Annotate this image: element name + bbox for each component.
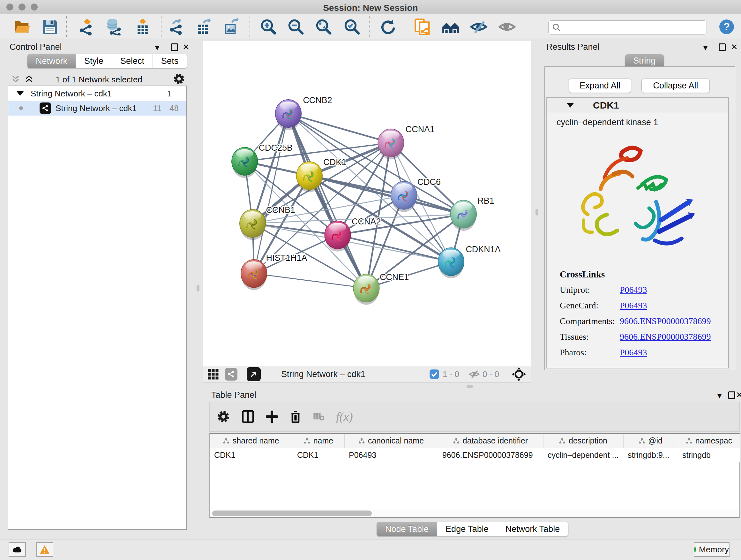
toolbar-separator: [405, 16, 405, 37]
delete-column-icon[interactable]: [289, 410, 301, 423]
network-edge[interactable]: [338, 235, 451, 262]
network-row-selected[interactable]: String Network – cdk1 11 48: [8, 101, 186, 116]
table-gear-icon[interactable]: [217, 410, 230, 423]
open-session-icon[interactable]: [13, 17, 31, 36]
table-cell[interactable]: stringdb:9...: [623, 448, 678, 462]
control-panel-menu-icon[interactable]: ▾: [155, 43, 159, 53]
import-table-icon[interactable]: [133, 17, 152, 36]
left-splitter-handle[interactable]: [197, 285, 199, 292]
expand-all-button[interactable]: Expand All: [569, 78, 631, 93]
export-image-icon[interactable]: [222, 17, 241, 36]
network-panel-gear-icon[interactable]: [173, 73, 185, 85]
crosslink-link[interactable]: P06493: [620, 348, 647, 358]
memory-button[interactable]: Memory: [694, 542, 730, 557]
tab-sets[interactable]: Sets: [153, 54, 187, 68]
table-cell[interactable]: stringdb: [678, 448, 740, 462]
network-node[interactable]: CDKN1A: [438, 245, 501, 278]
node-label: CCNA1: [406, 125, 434, 134]
network-node[interactable]: HIST1H1A: [241, 253, 307, 290]
table-row[interactable]: CDK1CDK1P064939606.ENSP00000378699cyclin…: [210, 448, 740, 462]
crosslink-link[interactable]: 9606.ENSP00000378699: [620, 332, 711, 342]
protein-card-expand-icon[interactable]: [567, 103, 574, 108]
help-icon[interactable]: ?: [718, 17, 736, 36]
results-panel-menu-icon[interactable]: ▾: [703, 43, 708, 53]
import-network-database-icon[interactable]: [105, 17, 123, 36]
show-columns-icon[interactable]: [242, 410, 254, 423]
save-session-icon[interactable]: [41, 17, 59, 36]
search-box[interactable]: [548, 20, 707, 35]
table-cell[interactable]: P06493: [344, 448, 438, 462]
right-splitter-handle[interactable]: [536, 209, 538, 215]
network-node[interactable]: CCNA1: [378, 125, 434, 159]
export-table-icon[interactable]: [194, 17, 213, 36]
control-panel-close-icon[interactable]: ✕: [183, 42, 190, 52]
crosslink-link[interactable]: P06493: [620, 300, 647, 311]
control-panel-float-icon[interactable]: [171, 44, 178, 52]
tab-node-table[interactable]: Node Table: [377, 522, 437, 537]
column-header[interactable]: name: [293, 434, 344, 448]
clone-network-icon[interactable]: [413, 17, 432, 36]
show-all-icon[interactable]: [498, 17, 516, 36]
network-edge[interactable]: [254, 114, 288, 273]
hidden-eye-icon[interactable]: [468, 368, 480, 380]
export-network-icon[interactable]: [167, 17, 185, 36]
column-header[interactable]: database identifier: [438, 434, 543, 448]
network-share-view-icon[interactable]: [225, 368, 238, 381]
cloud-status-button[interactable]: [9, 542, 26, 557]
table-cell[interactable]: CDK1: [293, 448, 344, 462]
hide-selected-icon[interactable]: [469, 17, 488, 36]
birds-eye-view-icon[interactable]: [247, 367, 261, 381]
table-panel-float-icon[interactable]: [728, 391, 735, 400]
zoom-out-icon[interactable]: [286, 17, 305, 36]
expand-all-networks-icon[interactable]: [24, 74, 34, 84]
tab-network[interactable]: Network: [27, 54, 76, 68]
warning-status-button[interactable]: [36, 542, 53, 557]
grid-view-icon[interactable]: [207, 368, 219, 380]
column-header[interactable]: namespac: [678, 434, 740, 448]
column-header[interactable]: description: [543, 434, 623, 448]
scrollbar-thumb[interactable]: [212, 510, 372, 516]
zoom-fit-icon[interactable]: [314, 17, 333, 36]
search-input[interactable]: [561, 23, 698, 32]
collapse-all-networks-icon[interactable]: [11, 74, 20, 84]
network-canvas[interactable]: CCNB2CCNA1CDC25BCDK1CDC6RB1CCNB1CCNA2CDK…: [203, 41, 531, 366]
collection-expand-icon[interactable]: [17, 91, 23, 96]
network-node[interactable]: RB1: [450, 196, 494, 231]
tab-style[interactable]: Style: [76, 54, 112, 68]
table-cell[interactable]: 9606.ENSP00000378699: [438, 448, 543, 462]
column-header[interactable]: shared name: [210, 434, 293, 448]
bottom-splitter-handle[interactable]: [467, 385, 473, 388]
table-cell[interactable]: CDK1: [210, 448, 293, 462]
refresh-icon[interactable]: [378, 17, 397, 36]
network-node[interactable]: CCNE1: [353, 272, 409, 305]
collapse-all-button[interactable]: Collapse All: [642, 78, 710, 93]
column-header[interactable]: canonical name: [344, 434, 438, 448]
column-header[interactable]: @id: [623, 434, 678, 448]
tab-edge-table[interactable]: Edge Table: [437, 522, 497, 537]
results-panel-close-icon[interactable]: ✕: [731, 42, 738, 52]
table-horizontal-scrollbar[interactable]: [210, 509, 739, 517]
crosslink-link[interactable]: 9606.ENSP00000378699: [620, 316, 711, 326]
table-panel-close-icon[interactable]: ✕: [736, 390, 741, 400]
import-network-icon[interactable]: [77, 17, 96, 36]
tab-select[interactable]: Select: [112, 54, 153, 68]
create-column-icon[interactable]: [266, 411, 278, 423]
fit-content-crosshair-icon[interactable]: [512, 367, 526, 381]
network-edge[interactable]: [254, 273, 366, 288]
zoom-selected-icon[interactable]: [343, 17, 361, 36]
crosslink-row: Compartments:9606.ENSP00000378699: [560, 316, 728, 326]
tab-string[interactable]: String: [625, 54, 664, 67]
protein-card-header[interactable]: CDK1: [547, 98, 728, 113]
first-neighbors-icon[interactable]: [441, 17, 460, 36]
network-collection-row[interactable]: String Network – cdk1 1: [8, 86, 186, 101]
zoom-in-icon[interactable]: [259, 17, 278, 36]
table-panel-menu-icon[interactable]: ▾: [718, 391, 722, 401]
network-edge[interactable]: [288, 114, 391, 143]
crosslink-link[interactable]: P06493: [620, 285, 647, 295]
tab-network-table[interactable]: Network Table: [497, 522, 568, 537]
network-node[interactable]: CDC25B: [232, 143, 293, 178]
crosslinks-heading: CrossLinks: [560, 269, 728, 280]
table-cell[interactable]: cyclin–dependent ...: [543, 448, 623, 462]
selected-checkbox-icon[interactable]: [429, 369, 440, 379]
results-panel-float-icon[interactable]: [719, 44, 726, 52]
